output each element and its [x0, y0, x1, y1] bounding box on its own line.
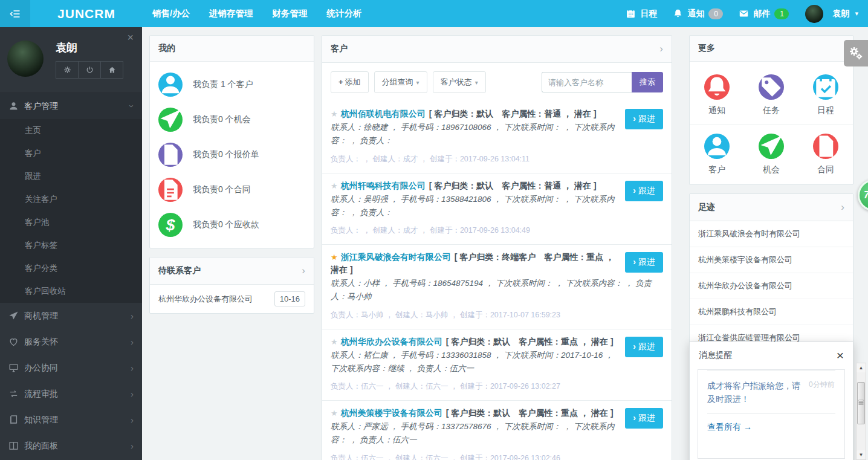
- main-menu-item[interactable]: 财务管理: [263, 0, 317, 27]
- customer-name-link[interactable]: 浙江乘风破浪会有时有限公司: [341, 252, 451, 262]
- pending-customer-name: 杭州华欣办公设备有限公司: [158, 294, 253, 305]
- follow-up-button[interactable]: ›跟进: [625, 181, 663, 201]
- group-query-dropdown[interactable]: 分组查询▾: [374, 71, 427, 93]
- panel-title: 更多: [698, 43, 715, 54]
- sidebar-item[interactable]: 办公协同 ›: [0, 355, 142, 381]
- panel-title: 待联系客户: [158, 265, 201, 276]
- schedule-menu[interactable]: 日程: [618, 8, 665, 19]
- stat-row[interactable]: 我负责0 个报价单: [150, 137, 314, 172]
- stat-row[interactable]: 我负责0 个合同: [150, 172, 314, 207]
- popup-scrollbar: ▲ ▼: [856, 363, 866, 460]
- shortcut-cell[interactable]: 客户: [690, 134, 744, 175]
- submenu-item[interactable]: 主页: [0, 119, 142, 142]
- customer-item: ›跟进 ★杭州美策楼宇设备有限公司[ 客户归类：默认 客户属性：重点 ， 潜在 …: [322, 401, 672, 460]
- pending-list: 杭州华欣办公设备有限公司 10-16: [150, 285, 314, 313]
- follow-up-button[interactable]: ›跟进: [625, 252, 663, 273]
- sidebar-item[interactable]: 商机管理 ›: [0, 303, 142, 329]
- close-icon[interactable]: ×: [837, 351, 844, 361]
- scrollbar-thumb[interactable]: [857, 382, 865, 424]
- mail-menu[interactable]: 邮件 1: [731, 8, 797, 19]
- shortcut-cell[interactable]: 日程: [798, 74, 853, 116]
- logout-button[interactable]: [79, 61, 101, 79]
- submenu-item[interactable]: 客户回收站: [0, 280, 142, 303]
- gears-icon: [849, 46, 863, 60]
- submenu-item[interactable]: 客户分类: [0, 257, 142, 280]
- follow-up-button[interactable]: ›跟进: [625, 109, 663, 129]
- sidebar-toggle-button[interactable]: [0, 0, 30, 27]
- app-logo[interactable]: JUNCRM: [30, 7, 143, 21]
- submenu-item[interactable]: 客户: [0, 142, 142, 165]
- main-menu-item[interactable]: 统计分析: [317, 0, 372, 27]
- shortcut-grid: 通知 任务 日程: [690, 62, 853, 184]
- power-icon: [86, 66, 94, 74]
- widget-settings-tab[interactable]: [844, 40, 868, 66]
- stat-row[interactable]: 我负责 1 个客户: [150, 67, 314, 102]
- star-icon[interactable]: ★: [331, 409, 338, 418]
- close-icon[interactable]: ×: [127, 32, 134, 43]
- more-panel: 更多 通知 任务: [689, 35, 853, 185]
- settings-button[interactable]: [56, 61, 79, 79]
- customer-name-link[interactable]: 杭州华欣办公设备有限公司: [341, 337, 442, 346]
- chevron-right-icon[interactable]: ›: [302, 265, 305, 277]
- shortcut-cell[interactable]: 合同: [798, 134, 853, 175]
- submenu-item[interactable]: 跟进: [0, 165, 142, 188]
- stat-row[interactable]: $ 我负责0 个应收款: [150, 207, 314, 242]
- shortcut-cell[interactable]: 机会: [744, 134, 798, 175]
- shortcut-label: 机会: [763, 164, 780, 175]
- follow-up-button[interactable]: ›跟进: [625, 408, 663, 429]
- chevron-right-icon: ›: [131, 441, 134, 451]
- tag-icon: [759, 74, 784, 100]
- stat-label: 我负责0 个合同: [193, 184, 251, 195]
- shortcut-label: 日程: [817, 105, 834, 116]
- customer-name-link[interactable]: 杭州佰联机电有限公司: [341, 109, 426, 118]
- stat-row[interactable]: 我负责0 个机会: [150, 102, 314, 137]
- chevron-right-icon: ›: [633, 413, 636, 423]
- customer-status-dropdown[interactable]: 客户状态▾: [433, 71, 486, 93]
- customer-contact-line: 联系人：褚仁康 ， 手机号码：13336031858 ， 下次联系时间：2017…: [331, 349, 663, 376]
- sidebar-item[interactable]: 我的面板 ›: [0, 433, 142, 459]
- main-menu-item[interactable]: 进销存管理: [199, 0, 263, 27]
- shortcut-cell[interactable]: 任务: [744, 74, 798, 116]
- message-link[interactable]: 成才将客户指派给您，请及时跟进！: [707, 379, 804, 406]
- popup-title: 消息提醒: [699, 350, 733, 361]
- chevron-right-icon: ›: [633, 186, 636, 195]
- pending-customer-row[interactable]: 杭州华欣办公设备有限公司 10-16: [150, 285, 314, 313]
- customer-meta: [ 客户归类：默认 客户属性：重点 ， 潜在 ]: [446, 337, 614, 346]
- shortcut-cell[interactable]: 通知: [690, 74, 744, 116]
- submenu-item[interactable]: 客户标签: [0, 234, 142, 257]
- chevron-right-icon[interactable]: ›: [841, 201, 844, 213]
- view-all-link[interactable]: 查看所有→: [707, 413, 835, 458]
- customers-panel-header: 客户 ›: [322, 36, 672, 63]
- sidebar-item[interactable]: 服务关怀 ›: [0, 329, 142, 355]
- customer-name-link[interactable]: 杭州美策楼宇设备有限公司: [341, 408, 442, 418]
- footprint-row[interactable]: 杭州美策楼宇设备有限公司: [690, 247, 853, 273]
- add-button[interactable]: +添加: [331, 71, 369, 93]
- star-icon[interactable]: ★: [331, 181, 338, 190]
- scroll-down-arrow[interactable]: ▼: [857, 450, 866, 459]
- footprint-row[interactable]: 杭州华欣办公设备有限公司: [690, 273, 853, 299]
- sidebar-item[interactable]: 流程审批 ›: [0, 381, 142, 407]
- paper-plane-icon: [8, 311, 19, 321]
- notifications-menu[interactable]: 通知 0: [665, 8, 731, 19]
- user-dropdown[interactable]: 袁朗 ▾: [797, 5, 858, 23]
- pending-date-badge: 10-16: [274, 291, 305, 306]
- sidebar-item[interactable]: 知识管理 ›: [0, 407, 142, 433]
- search-input[interactable]: [542, 72, 632, 92]
- sidebar-item-customer-management[interactable]: 客户管理 ›: [0, 92, 142, 119]
- footprint-row[interactable]: 浙江乘风破浪会有时有限公司: [690, 221, 853, 247]
- chevron-right-icon[interactable]: ›: [659, 43, 663, 55]
- star-icon[interactable]: ★: [331, 253, 338, 262]
- star-icon[interactable]: ★: [331, 109, 338, 118]
- star-icon[interactable]: ★: [331, 337, 338, 346]
- customer-name-link[interactable]: 杭州轩鸣科技有限公司: [341, 181, 426, 190]
- follow-up-button[interactable]: ›跟进: [625, 337, 663, 357]
- search-button[interactable]: 搜索: [632, 72, 663, 92]
- scroll-up-arrow[interactable]: ▲: [857, 363, 866, 372]
- submenu-item[interactable]: 客户池: [0, 211, 142, 234]
- main-menu-item[interactable]: 销售/办公: [143, 0, 199, 27]
- profile-name: 袁朗: [56, 39, 134, 55]
- submenu-item[interactable]: 关注客户: [0, 188, 142, 211]
- footprint-row[interactable]: 杭州聚鹏科技有限公司: [690, 299, 853, 325]
- home-button[interactable]: [101, 61, 123, 79]
- customers-toolbar: +添加 分组查询▾ 客户状态▾ 搜索: [322, 63, 672, 102]
